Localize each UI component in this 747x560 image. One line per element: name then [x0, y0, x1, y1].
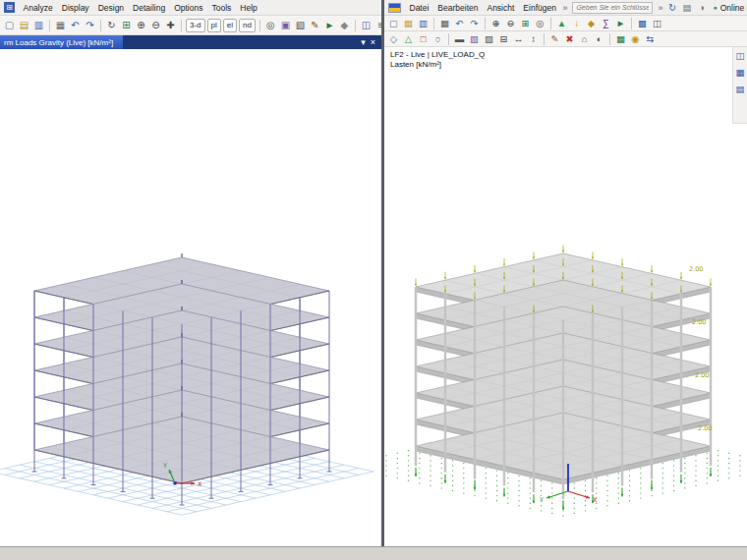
rotate-view-icon[interactable]: ◎ [263, 18, 278, 32]
menu-right-einfgen[interactable]: Einfügen [519, 3, 561, 13]
redo-icon[interactable]: ↷ [83, 18, 97, 32]
zoom-out-icon[interactable]: ⊖ [148, 18, 163, 32]
edit-icon[interactable]: ✎ [547, 32, 562, 46]
tables-icon[interactable]: ▦ [613, 32, 628, 46]
save-icon[interactable]: ▥ [31, 18, 46, 32]
new-model-icon[interactable]: ▢ [2, 18, 17, 32]
save-project-icon[interactable]: ▥ [416, 17, 431, 30]
home-view-icon[interactable]: ⌂ [577, 32, 592, 46]
nodes-icon[interactable]: ○ [431, 32, 445, 46]
zoom-in-icon[interactable]: ⊕ [488, 17, 503, 30]
section-icon[interactable]: ▬ [452, 32, 467, 46]
right-menubar: DateiBearbeitenAnsichtEinfügen » » ↻▤◑ ●… [384, 0, 747, 16]
tab-controls: ▾× [361, 38, 381, 47]
overflow-chevron-right[interactable]: » [656, 3, 664, 13]
svg-text:2.00: 2.00 [689, 265, 703, 273]
panel-views-icon[interactable]: ◫ [733, 49, 747, 63]
zoom-out-icon[interactable]: ⊖ [503, 17, 518, 30]
clipping-icon[interactable]: ⊟ [496, 32, 511, 46]
print-icon[interactable]: ▦ [437, 17, 452, 30]
left-tabbar: rm Loads Gravity (Live) [kN/m²] ▾× [0, 35, 381, 49]
shading-icon[interactable]: ◐ [592, 32, 606, 46]
view-named-button[interactable]: nd [239, 19, 256, 32]
right-analysis-window: DateiBearbeitenAnsichtEinfügen » » ↻▤◑ ●… [381, 0, 747, 546]
keyword-search-input[interactable] [572, 2, 653, 14]
left-toolbar-group-1: ▢▤▥▦↶↷↻⊞⊕⊖✚ [2, 18, 185, 32]
lock-model-icon[interactable]: ◆ [337, 18, 352, 32]
assign-icon[interactable]: ✎ [308, 18, 322, 32]
menu-left-detailing[interactable]: Detailing [129, 3, 170, 13]
selection-icon[interactable]: ▩ [635, 17, 650, 30]
panel-layers-icon[interactable]: ▤ [733, 83, 747, 96]
undo-icon[interactable]: ↶ [452, 17, 467, 30]
run-analysis-icon[interactable]: ► [322, 18, 337, 32]
delete-icon[interactable]: ✖ [562, 32, 577, 46]
tab-uniform-loads-gravity[interactable]: rm Loads Gravity (Live) [kN/m²] [0, 35, 123, 49]
menu-left-design[interactable]: Design [93, 3, 128, 13]
rotate-view-icon[interactable]: ◎ [533, 17, 547, 30]
menu-right-datei[interactable]: Datei [405, 3, 433, 13]
zoom-window-icon[interactable]: ⊞ [518, 17, 533, 30]
right-menubar-icons: ↻▤◑ [664, 1, 709, 15]
menu-left-analyze[interactable]: Analyze [19, 3, 57, 13]
new-load-icon[interactable]: ↓ [569, 17, 584, 30]
refresh-window-icon[interactable]: ↻ [104, 18, 119, 32]
view-3d-button[interactable]: 3-d [186, 19, 205, 32]
mesh-icon[interactable]: △ [401, 32, 416, 46]
undo-icon[interactable]: ↶ [68, 18, 83, 32]
more-tools-icon[interactable]: ≡ [374, 18, 381, 32]
toolbar-separator [631, 18, 632, 29]
menu-left-help[interactable]: Help [236, 3, 261, 13]
menu-left-options[interactable]: Options [170, 3, 207, 13]
wireframe-view-icon[interactable]: ▧ [293, 18, 308, 32]
right-3d-viewport[interactable]: 2.002.002.002.00YX [384, 47, 747, 546]
display-properties-icon[interactable]: ◫ [650, 17, 664, 30]
results-icon[interactable]: □ [416, 32, 431, 46]
refresh-icon[interactable]: ↻ [664, 1, 679, 15]
redo-icon[interactable]: ↷ [467, 17, 482, 30]
stretch-icon[interactable]: ↕ [526, 32, 541, 46]
open-project-icon[interactable]: ▤ [401, 17, 416, 30]
solid-icon[interactable]: ▨ [482, 32, 496, 46]
tab-close-icon[interactable]: × [371, 38, 375, 47]
toolbar-separator [550, 18, 551, 29]
manual-icon[interactable]: ▤ [679, 1, 694, 15]
shrink-objects-icon[interactable]: ▣ [278, 18, 293, 32]
viewport-labels: LF2 - Live | LIVE_LOAD_Q Lasten [kN/m²] [390, 50, 485, 70]
toolbar-separator [355, 20, 356, 31]
calculate-icon[interactable]: ► [613, 17, 628, 30]
menu-right-ansicht[interactable]: Ansicht [483, 3, 519, 13]
open-file-icon[interactable]: ▤ [17, 18, 31, 32]
overflow-chevron-left[interactable]: » [560, 3, 569, 13]
right-toolbar-row-1: ▢▤▥▦↶↷⊕⊖⊞◎▲↓◆∑►▩◫ [384, 16, 747, 31]
left-3d-viewport[interactable]: XY [0, 49, 381, 546]
svg-text:2.00: 2.00 [695, 371, 709, 379]
recent-icon[interactable]: ◑ [694, 1, 709, 15]
load-combinations-icon[interactable]: ∑ [599, 17, 613, 30]
toolbar-separator [433, 18, 434, 29]
print-icon[interactable]: ▦ [53, 18, 68, 32]
surface-icon[interactable]: ▧ [467, 32, 482, 46]
move-icon[interactable]: ↔ [511, 32, 526, 46]
new-project-icon[interactable]: ▢ [386, 17, 401, 30]
swap-view-icon[interactable]: ⇆ [643, 32, 658, 46]
left-view-buttons: 3-dplelnd [185, 19, 257, 32]
menu-left-display[interactable]: Display [57, 3, 93, 13]
display-options-icon[interactable]: ◫ [359, 18, 374, 32]
right-canvas: 2.002.002.002.00YX LF2 - Live | LIVE_LOA… [384, 47, 747, 546]
new-support-icon[interactable]: ▲ [554, 17, 569, 30]
zoom-in-icon[interactable]: ⊕ [134, 18, 148, 32]
render-mode-icon[interactable]: ◇ [386, 32, 401, 46]
view-elevation-button[interactable]: el [223, 19, 237, 32]
new-material-icon[interactable]: ◆ [584, 17, 599, 30]
zoom-window-icon[interactable]: ⊞ [119, 18, 134, 32]
panel-tables-icon[interactable]: ▦ [733, 66, 747, 80]
menu-left-tools[interactable]: Tools [207, 3, 236, 13]
tab-dropdown-icon[interactable]: ▾ [361, 38, 366, 47]
view-plan-button[interactable]: pl [207, 19, 221, 32]
menu-right-bearbeiten[interactable]: Bearbeiten [433, 3, 483, 13]
online-license-status[interactable]: ● Online Lic... [710, 3, 747, 13]
status-bar [0, 546, 747, 560]
pan-icon[interactable]: ✚ [163, 18, 178, 32]
snap-icon[interactable]: ◉ [628, 32, 643, 46]
